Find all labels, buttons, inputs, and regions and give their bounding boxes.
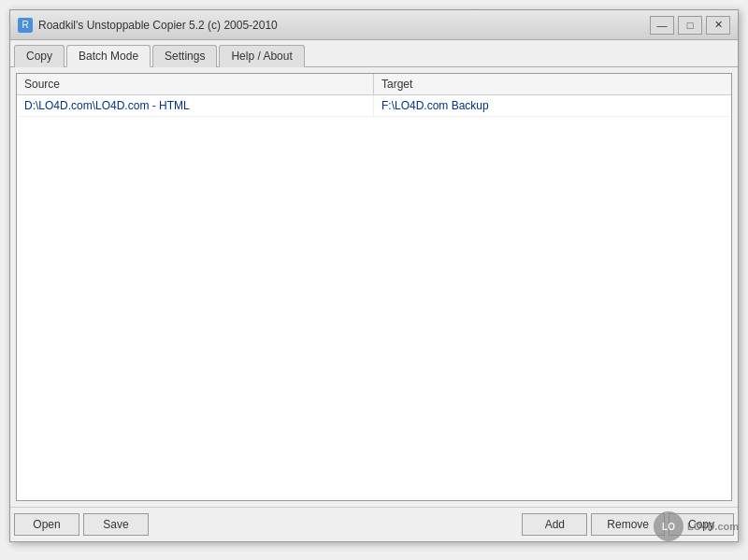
bottom-left-buttons: Open Save: [14, 513, 149, 536]
table-header: Source Target: [17, 74, 731, 95]
watermark-text: LO4D.com: [687, 521, 739, 532]
close-button[interactable]: ✕: [706, 16, 730, 35]
title-bar-left: R Roadkil's Unstoppable Copier 5.2 (c) 2…: [18, 18, 278, 33]
open-button[interactable]: Open: [14, 513, 79, 536]
title-bar: R Roadkil's Unstoppable Copier 5.2 (c) 2…: [10, 10, 738, 40]
minimize-button[interactable]: —: [650, 16, 674, 35]
save-button[interactable]: Save: [83, 513, 149, 536]
column-target: Target: [374, 74, 731, 94]
tab-settings[interactable]: Settings: [152, 45, 217, 67]
bottom-bar: Open Save Add Remove Copy: [10, 507, 738, 541]
column-source: Source: [17, 74, 374, 94]
maximize-button[interactable]: □: [678, 16, 702, 35]
content-area: Source Target D:\LO4D.com\LO4D.com - HTM…: [10, 67, 738, 507]
title-controls: — □ ✕: [650, 16, 730, 35]
tab-batch-mode[interactable]: Batch Mode: [66, 45, 151, 67]
batch-table: Source Target D:\LO4D.com\LO4D.com - HTM…: [16, 73, 732, 501]
app-icon: R: [18, 18, 33, 33]
table-body[interactable]: D:\LO4D.com\LO4D.com - HTML F:\LO4D.com …: [17, 95, 731, 497]
cell-target-0: F:\LO4D.com Backup: [374, 95, 731, 116]
main-window: R Roadkil's Unstoppable Copier 5.2 (c) 2…: [9, 9, 739, 542]
cell-source-0: D:\LO4D.com\LO4D.com - HTML: [17, 95, 374, 116]
tab-help-about[interactable]: Help / About: [219, 45, 304, 67]
tab-copy[interactable]: Copy: [14, 45, 65, 67]
watermark: LO LO4D.com: [654, 511, 739, 541]
tab-bar: Copy Batch Mode Settings Help / About: [10, 40, 738, 67]
table-row[interactable]: D:\LO4D.com\LO4D.com - HTML F:\LO4D.com …: [17, 95, 731, 117]
add-button[interactable]: Add: [522, 513, 587, 536]
window-title: Roadkil's Unstoppable Copier 5.2 (c) 200…: [38, 19, 278, 32]
watermark-logo: LO: [654, 511, 683, 541]
